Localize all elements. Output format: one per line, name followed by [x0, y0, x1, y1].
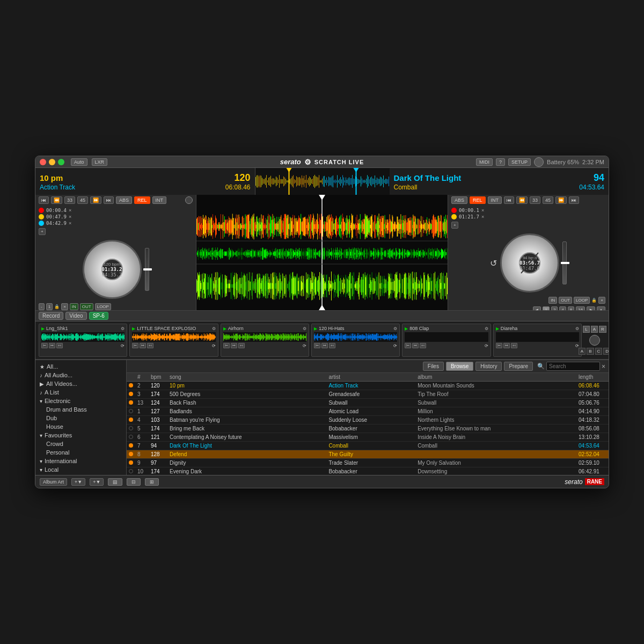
deck-left-int[interactable]: INT — [152, 196, 167, 204]
table-row[interactable]: 5 174 Bring me Back Bobabacker Everythin… — [127, 425, 609, 433]
midi-button[interactable]: MIDI — [476, 158, 493, 166]
deck-right-reset-btn[interactable]: ↺ — [490, 258, 497, 268]
deck-left-pitch-slider[interactable] — [145, 248, 149, 291]
deck-left-33[interactable]: 33 — [64, 196, 75, 204]
sp6-abcd-b[interactable]: B — [587, 348, 594, 355]
sp6-s4-btn2[interactable]: ↦ — [321, 343, 328, 348]
sp6-slot4-opts[interactable]: ⚙ — [393, 326, 397, 331]
col-song[interactable]: song — [167, 373, 326, 382]
tab-prepare[interactable]: Prepare — [504, 362, 533, 371]
deck-right-rel[interactable]: REL — [470, 196, 486, 204]
col-num[interactable]: # — [135, 373, 149, 382]
sp6-slot6-opts[interactable]: ⚙ — [575, 326, 579, 331]
sp6-s5-btn3[interactable]: ↤ — [420, 343, 426, 348]
sidebar-item-crowd[interactable]: Crowd — [42, 440, 126, 448]
deck-right-add-cue[interactable]: + — [451, 222, 458, 229]
table-row[interactable]: 13 124 Back Flash Subwall Subwall 05:06.… — [127, 399, 609, 407]
tab-files[interactable]: Files — [423, 362, 444, 371]
col-artist[interactable]: artist — [326, 373, 415, 382]
deck-left-1[interactable]: 1 — [46, 303, 53, 310]
table-row[interactable]: 1 127 Badlands Atomic Load Million 04:14… — [127, 407, 609, 416]
deck-left-fwd[interactable]: ⏩ — [90, 196, 101, 204]
sidebar-item-dnb[interactable]: Drum and Bass — [42, 405, 126, 414]
help-button[interactable]: ? — [496, 158, 505, 166]
deck-right-loop-btn[interactable]: LOOP — [574, 297, 590, 304]
tab-video[interactable]: Video — [65, 312, 86, 320]
sidebar-item-electronic[interactable]: ▾ Electronic — [35, 397, 126, 405]
sp6-s5-btn2[interactable]: ↦ — [412, 343, 419, 348]
sp6-s4-btn3[interactable]: ↤ — [329, 343, 335, 348]
deck-right-fwd[interactable]: ⏩ — [555, 196, 567, 204]
deck-right-platter[interactable]: 94 bpm 03:06.7 01:47.0 — [500, 233, 559, 292]
deck-left-cue2-del[interactable]: × — [69, 214, 71, 219]
sp6-slot3-play[interactable]: ▶ — [223, 326, 226, 331]
sp6-s6-btn1[interactable]: ⊢ — [496, 343, 502, 348]
sp6-s5-btn1[interactable]: ⊢ — [405, 343, 411, 348]
deck-right-cue2-btn[interactable] — [451, 214, 457, 219]
sp6-abcd-d[interactable]: D — [603, 348, 609, 355]
sp6-slot6-play[interactable]: ▶ — [496, 326, 499, 331]
deck-left-rew[interactable]: ⏪ — [51, 196, 62, 204]
deck-left-info-btn[interactable] — [185, 196, 193, 204]
table-row[interactable]: 9 97 Dignity Trade Slater My Only Salvat… — [127, 459, 609, 467]
deck-right-45[interactable]: 45 — [543, 196, 553, 204]
deck-left-in[interactable]: IN — [70, 303, 78, 310]
sp6-s3-btn2[interactable]: ↦ — [231, 343, 237, 348]
deck-left-next[interactable]: ⏭ — [104, 196, 114, 204]
sidebar-item-dub[interactable]: Dub — [42, 414, 126, 422]
deck-right-in[interactable]: IN — [548, 297, 557, 304]
sp6-s1-btn1[interactable]: ⊢ — [41, 343, 48, 348]
setup-button[interactable]: SETUP — [508, 158, 531, 166]
tab-browse[interactable]: Browse — [446, 362, 473, 371]
sp6-s6-btn2[interactable]: ↦ — [503, 343, 510, 348]
sp6-s1-btn3[interactable]: ↤ — [56, 343, 63, 348]
table-row[interactable]: 7 94 Dark Of The Light Comball Comball 0… — [127, 442, 609, 450]
sp6-slot2-play[interactable]: ▶ — [132, 326, 135, 331]
sidebar-item-favourites[interactable]: ▾ Favourites — [35, 431, 126, 440]
deck-right-cue1-del[interactable]: × — [481, 208, 484, 213]
deck-left-prev[interactable]: ⏮ — [39, 196, 49, 204]
sidebar-item-local[interactable]: ▾ Local — [35, 465, 126, 474]
deck-left-loop-x[interactable]: × — [61, 303, 68, 310]
sp6-slot2-opts[interactable]: ⚙ — [212, 326, 216, 331]
deck-right-out[interactable]: OUT — [559, 297, 572, 304]
sp6-s4-btn1[interactable]: ⊢ — [314, 343, 320, 348]
sidebar-item-alist[interactable]: ♪ A List — [35, 388, 126, 397]
deck-right-next[interactable]: ⏭ — [569, 196, 579, 204]
deck-right-pitch-slider[interactable] — [562, 241, 567, 284]
sp6-slot5-play[interactable]: ▶ — [405, 326, 408, 331]
view-toggle[interactable]: ▤ — [108, 478, 122, 486]
sidebar-item-all[interactable]: ★ All... — [35, 362, 126, 371]
lxr-button[interactable]: LXR — [92, 158, 108, 166]
deck-left-cue1-btn[interactable] — [39, 208, 44, 213]
sp6-slot1-play[interactable]: ▶ — [41, 326, 45, 331]
sp6-s6-btn3[interactable]: ↤ — [511, 343, 517, 348]
sp6-s3-btn3[interactable]: ↤ — [238, 343, 245, 348]
sp6-s1-btn2[interactable]: ↦ — [49, 343, 55, 348]
deck-right-abs[interactable]: ABS — [451, 196, 467, 204]
table-row[interactable]: 2 120 10 pm Action Track Moon Mountain S… — [127, 382, 609, 390]
sp6-slot5-opts[interactable]: ⚙ — [485, 326, 488, 331]
sidebar-item-video[interactable]: ▶ All Videos... — [35, 379, 126, 388]
sp6-slot3-opts[interactable]: ⚙ — [303, 326, 306, 331]
sp6-slot4-play[interactable]: ▶ — [314, 326, 317, 331]
deck-left-platter[interactable]: 120 bpm 01:33.2 04:35.2 — [83, 240, 142, 299]
sp6-s2-btn3[interactable]: ↤ — [147, 343, 153, 348]
sp6-s3-btn1[interactable]: ⊢ — [223, 343, 230, 348]
sp6-s2-btn2[interactable]: ↦ — [140, 343, 146, 348]
table-row[interactable]: 4 103 Batman you're Flying Suddenly Loos… — [127, 416, 609, 425]
deck-left-45[interactable]: 45 — [77, 196, 88, 204]
deck-left-add-cue[interactable]: + — [39, 228, 46, 235]
deck-right-prev[interactable]: ⏮ — [504, 196, 514, 204]
sidebar-item-audio[interactable]: ♪ All Audio... — [35, 371, 126, 379]
view-toggle2[interactable]: ⊟ — [127, 478, 141, 486]
deck-left-cue3-btn[interactable] — [39, 221, 44, 226]
table-row[interactable]: 10 174 Evening Dark Bobabacker Downsetti… — [127, 467, 609, 475]
power-icon[interactable] — [534, 157, 544, 167]
close-window-btn[interactable] — [40, 159, 46, 165]
sp6-master-btn[interactable] — [589, 335, 600, 346]
col-length[interactable]: length — [576, 373, 609, 382]
deck-left-abs[interactable]: ABS — [116, 196, 132, 204]
sidebar-item-house[interactable]: House — [42, 422, 126, 431]
deck-right-cue2-del[interactable]: × — [481, 214, 484, 219]
